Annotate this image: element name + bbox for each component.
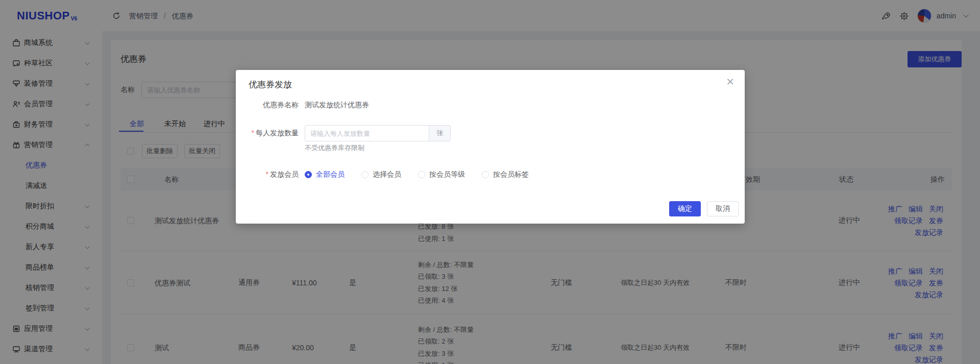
member-row: *发放会员 全部会员 选择会员 按会员等级 按会员标签 <box>236 170 745 180</box>
qty-hint: 不受优惠券库存限制 <box>305 143 364 153</box>
required-star: * <box>266 170 268 178</box>
coupon-name-row: 优惠券名称 测试发放统计优惠券 <box>236 101 745 111</box>
confirm-button[interactable]: 确定 <box>669 201 701 216</box>
radio-dot <box>305 171 312 178</box>
member-radio-group: 全部会员 选择会员 按会员等级 按会员标签 <box>305 170 529 179</box>
coupon-name-label: 优惠券名称 <box>236 101 299 110</box>
close-icon[interactable]: × <box>726 76 734 86</box>
member-label: *发放会员 <box>236 170 299 179</box>
radio-by-level[interactable]: 按会员等级 <box>418 170 465 179</box>
qty-input[interactable] <box>305 126 429 141</box>
required-star: * <box>252 129 254 137</box>
cancel-button[interactable]: 取消 <box>707 201 739 216</box>
coupon-send-dialog: 优惠券发放 × 优惠券名称 测试发放统计优惠券 *每人发放数量 张 不受优惠券库… <box>236 70 745 224</box>
radio-dot <box>482 171 489 178</box>
qty-label: *每人发放数量 <box>236 129 299 138</box>
coupon-name-value: 测试发放统计优惠券 <box>305 101 369 110</box>
radio-dot <box>361 171 369 178</box>
radio-by-tag[interactable]: 按会员标签 <box>482 170 529 179</box>
qty-input-group: 张 <box>305 125 451 141</box>
radio-select-members[interactable]: 选择会员 <box>361 170 401 179</box>
qty-row: *每人发放数量 张 <box>236 125 745 141</box>
qty-unit: 张 <box>429 126 450 141</box>
radio-all-members[interactable]: 全部会员 <box>305 170 345 179</box>
dialog-title: 优惠券发放 <box>249 79 292 90</box>
radio-dot <box>418 171 425 178</box>
